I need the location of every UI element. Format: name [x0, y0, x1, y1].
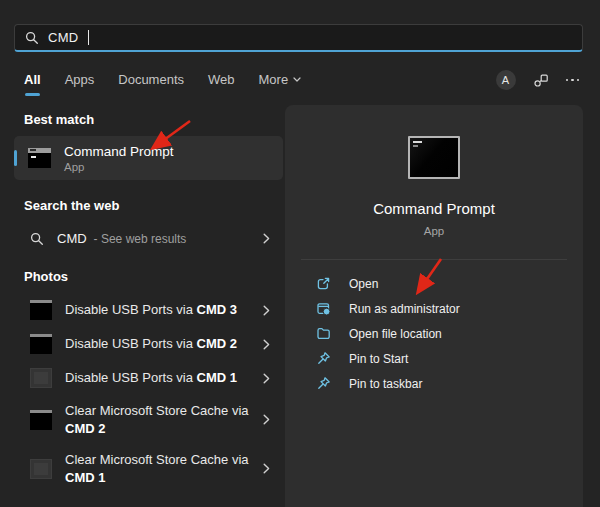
best-match-subtitle: App: [64, 161, 174, 173]
header-icons: A: [496, 70, 580, 90]
faint-image-thumbnail: [30, 368, 52, 388]
best-match-text: Command Prompt App: [64, 144, 174, 173]
section-heading-web: Search the web: [14, 198, 283, 213]
command-prompt-icon: [28, 148, 51, 168]
selection-indicator: [14, 150, 17, 166]
tab-label: Documents: [118, 72, 184, 87]
preview-subtitle: App: [424, 225, 444, 237]
pin-icon: [316, 351, 331, 366]
photo-result-text: Disable USB Ports via CMD 2: [65, 335, 250, 353]
tab-apps[interactable]: Apps: [65, 72, 95, 96]
web-suffix-text: - See web results: [94, 232, 187, 246]
cmd-window-thumbnail: [30, 410, 52, 430]
tab-more[interactable]: More: [259, 72, 302, 96]
section-heading-best-match: Best match: [14, 112, 283, 127]
cmd-window-thumbnail: [30, 334, 52, 354]
action-label: Run as administrator: [349, 302, 460, 316]
chevron-right-icon: [263, 339, 270, 350]
web-search-result[interactable]: CMD - See web results: [14, 222, 283, 255]
photo-result-item[interactable]: Disable USB Ports via CMD 1: [14, 361, 283, 395]
pin-icon: [316, 376, 331, 391]
text-caret: [88, 30, 89, 45]
search-icon: [30, 232, 44, 246]
filter-tabs: All Apps Documents Web More: [24, 72, 301, 96]
share-icon[interactable]: [533, 73, 549, 88]
command-prompt-icon-large: [408, 136, 460, 179]
preview-title: Command Prompt: [373, 200, 495, 217]
results-column: Best match Command Prompt App Search the…: [14, 112, 283, 493]
action-open[interactable]: Open: [316, 271, 583, 296]
search-query-text: CMD: [48, 30, 79, 45]
cmd-window-thumbnail: [30, 300, 52, 320]
user-avatar[interactable]: A: [496, 70, 516, 90]
action-pin-to-start[interactable]: Pin to Start: [316, 346, 583, 371]
search-input[interactable]: CMD: [14, 24, 583, 52]
tab-label: Web: [208, 72, 235, 87]
action-label: Open file location: [349, 327, 442, 341]
open-icon: [316, 276, 331, 291]
action-label: Pin to taskbar: [349, 377, 422, 391]
tab-label: All: [24, 72, 41, 87]
tab-all[interactable]: All: [24, 72, 41, 96]
action-pin-to-taskbar[interactable]: Pin to taskbar: [316, 371, 583, 396]
windows-search-overlay: CMD All Apps Documents Web More A: [0, 0, 600, 507]
web-query-text: CMD: [57, 231, 87, 246]
tab-label: Apps: [65, 72, 95, 87]
chevron-down-icon: [293, 77, 301, 82]
search-icon: [25, 31, 39, 45]
action-label: Open: [349, 277, 378, 291]
run-as-admin-icon: [316, 301, 331, 316]
chevron-right-icon: [263, 233, 270, 244]
photo-result-text: Disable USB Ports via CMD 1: [65, 369, 250, 387]
best-match-title: Command Prompt: [64, 144, 174, 159]
best-match-item[interactable]: Command Prompt App: [14, 136, 283, 180]
tab-web[interactable]: Web: [208, 72, 235, 96]
active-tab-underline: [25, 93, 40, 96]
action-run-as-administrator[interactable]: Run as administrator: [316, 296, 583, 321]
photo-result-text: Disable USB Ports via CMD 3: [65, 301, 250, 319]
chevron-right-icon: [263, 463, 270, 474]
photo-result-item[interactable]: Disable USB Ports via CMD 3: [14, 293, 283, 327]
section-heading-photos: Photos: [14, 269, 283, 284]
photo-result-text: Clear Microsoft Store Cache via CMD 2: [65, 402, 250, 437]
preview-panel: Command Prompt App Open Run as administr…: [285, 105, 583, 507]
tab-documents[interactable]: Documents: [118, 72, 184, 96]
action-label: Pin to Start: [349, 352, 408, 366]
photo-result-item[interactable]: Disable USB Ports via CMD 2: [14, 327, 283, 361]
tab-label: More: [259, 72, 289, 87]
photo-result-item[interactable]: Clear Microsoft Store Cache via CMD 2: [14, 395, 283, 444]
folder-icon: [316, 326, 331, 341]
chevron-right-icon: [263, 373, 270, 384]
chevron-right-icon: [263, 305, 270, 316]
more-options-icon[interactable]: [566, 75, 580, 86]
photo-result-text: Clear Microsoft Store Cache via CMD 1: [65, 451, 250, 486]
chevron-right-icon: [263, 414, 270, 425]
photo-result-item[interactable]: Clear Microsoft Store Cache via CMD 1: [14, 444, 283, 493]
action-list: Open Run as administrator Open file loca…: [285, 260, 583, 396]
faint-image-thumbnail: [30, 459, 52, 479]
action-open-file-location[interactable]: Open file location: [316, 321, 583, 346]
